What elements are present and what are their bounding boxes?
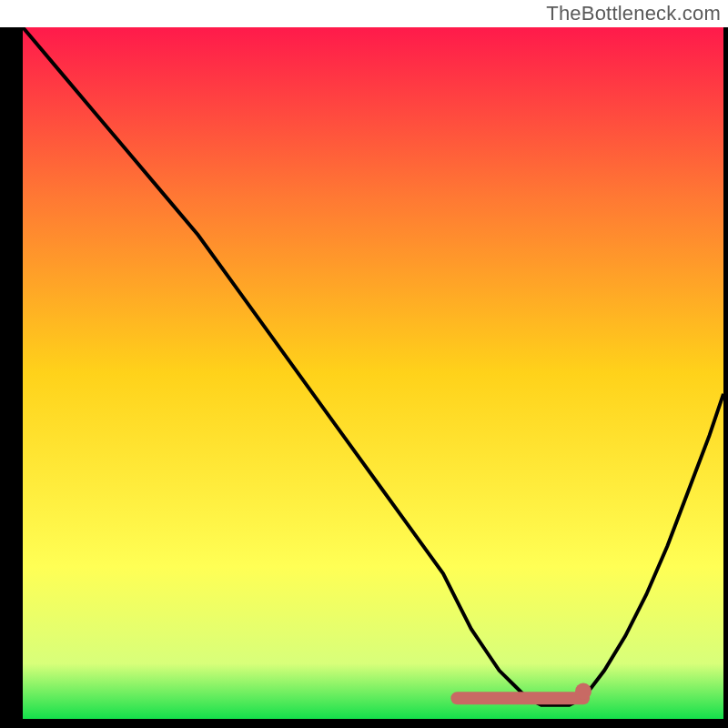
frame-left (0, 27, 23, 728)
chart-container: TheBottleneck.com (0, 0, 728, 728)
frame-right (723, 27, 728, 728)
frame-bottom (0, 719, 728, 728)
flat-marker-dot (575, 683, 592, 700)
chart-svg (0, 0, 728, 728)
gradient-background (23, 27, 723, 719)
